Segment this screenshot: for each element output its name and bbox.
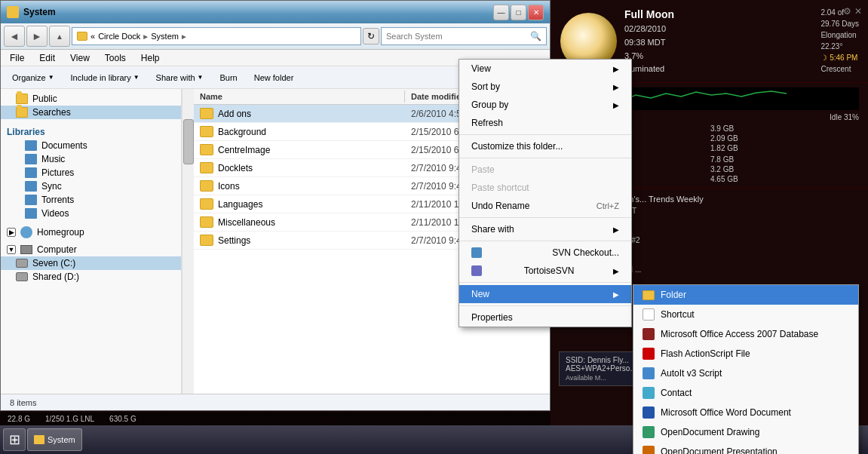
ctx-view[interactable]: View ▶ [459,60,631,78]
submenu-contact[interactable]: Contact [633,383,858,403]
ctx-new[interactable]: New ▶ Folder Shortcut Microsoft Office [459,285,631,303]
pictures-icon [25,167,37,178]
sidebar-item-videos[interactable]: Videos [1,207,181,220]
submenu-open-drawing[interactable]: OpenDocument Drawing [633,422,858,442]
burn-button[interactable]: Burn [214,71,242,84]
refresh-button[interactable]: ↻ [363,28,379,44]
ctx-sort-by[interactable]: Sort by ▶ [459,78,631,96]
opres-icon [643,446,655,454]
moon-settings-icon[interactable]: ⚙ [843,6,851,17]
sidebar-scrollbar[interactable] [182,89,194,394]
moon-illuminated: Illuminated [624,63,813,76]
moon-close-icon[interactable]: ✕ [854,6,862,17]
ctx-sep1 [459,134,631,135]
autoit-icon [643,367,655,379]
submenu-autoit[interactable]: AutoIt v3 Script [633,364,858,383]
folder-icon [200,235,213,246]
ctx-refresh[interactable]: Refresh [459,114,631,132]
share-with-button[interactable]: Share with ▼ [151,71,209,84]
address-folder-icon [77,32,87,41]
moon-percent: 3.7% [624,50,813,63]
sync-icon [25,181,37,192]
ctx-tortoise-svn[interactable]: TortoiseSVN ▶ [459,262,631,280]
new-folder-button[interactable]: New folder [249,71,299,84]
include-library-button[interactable]: Include in library ▼ [66,71,145,84]
search-bar[interactable]: 🔍 [381,27,547,45]
up-button[interactable]: ▲ [49,26,70,47]
ctx-properties[interactable]: Properties [459,308,631,327]
bc-arrow1: ► [142,32,149,41]
ram-free3: 1.82 GB [710,144,859,152]
address-bar[interactable]: « Circle Dock ► System ► [72,27,361,45]
menu-view[interactable]: View [67,51,93,65]
start-button[interactable]: ⊞ [3,428,26,451]
access-icon [643,328,655,340]
ctx-sep5 [459,282,631,283]
maximize-button[interactable]: □ [511,5,526,20]
menu-tools[interactable]: Tools [102,51,129,65]
sidebar-item-seven-c[interactable]: Seven (C:) [1,256,181,270]
folder-sub-icon [643,289,655,301]
folder-icon [200,144,213,155]
wifi-popup: SSID: Dennis Fly... AES+WPA2+Perso... Av… [559,351,643,386]
moon-days: 2.04 of 29.76 Days Elongation 22.23° ☽ 5… [820,7,859,75]
close-button[interactable]: ✕ [528,5,544,20]
library-dropdown-arrow: ▼ [133,74,140,81]
stat3: 630.5 G [109,415,136,423]
column-header-name[interactable]: Name [194,90,405,103]
word-icon [643,406,655,419]
stat2: 1/250 1.G LNL [45,415,94,423]
submenu-word[interactable]: Microsoft Office Word Document [633,403,858,422]
scrollbar-thumb[interactable] [183,119,194,164]
submenu-open-presentation[interactable]: OpenDocument Presentation [633,442,858,454]
organize-button[interactable]: Organize ▼ [7,71,60,84]
sidebar-item-shared-d[interactable]: Shared (D:) [1,270,181,284]
minimize-button[interactable]: — [493,5,509,20]
ctx-sep6 [459,305,631,306]
explorer-taskbar-icon [34,435,44,444]
folder-icon [200,108,213,119]
submenu-shortcut[interactable]: Shortcut [633,305,858,324]
menu-edit[interactable]: Edit [36,51,58,65]
bc-part1[interactable]: Circle Dock [98,32,140,41]
sidebar-item-homegroup[interactable]: ▶ Homegroup [1,225,181,240]
sidebar: Public Searches Libraries Documents Musi… [1,89,182,394]
window-icon [7,6,19,18]
ctx-svn-checkout[interactable]: SVN Checkout... [459,244,631,262]
bottom-stats: 22.8 G 1/250 1.G LNL 630.5 G [0,413,551,425]
explorer-taskbar-btn[interactable]: System [27,428,82,451]
homegroup-icon [20,226,32,238]
sidebar-item-searches[interactable]: Searches [1,106,181,119]
search-input[interactable] [386,32,530,41]
bc-part2[interactable]: System [151,32,179,41]
submenu-flash[interactable]: Flash ActionScript File [633,344,858,364]
sidebar-item-documents[interactable]: Documents [1,139,181,152]
ctx-customize[interactable]: Customize this folder... [459,137,631,155]
sidebar-item-pictures[interactable]: Pictures [1,166,181,179]
menu-help[interactable]: Help [138,51,163,65]
shared-d-icon [16,272,28,281]
sidebar-item-sync[interactable]: Sync [1,179,181,193]
ctx-sep4 [459,241,631,241]
ctx-sort-arrow: ▶ [613,83,619,91]
sidebar-item-computer[interactable]: ▼ Computer [1,243,181,256]
ctx-sep2 [459,158,631,158]
bc-arrow2: ► [180,32,188,41]
submenu-folder[interactable]: Folder [633,285,858,305]
sidebar-item-music[interactable]: Music [1,152,181,166]
back-button[interactable]: ◄ [4,26,25,47]
sidebar-item-public[interactable]: Public [1,92,181,106]
tortoise-icon [471,265,482,276]
libraries-header[interactable]: Libraries [1,124,181,139]
menu-file[interactable]: File [7,51,27,65]
swap-total: 7.8 GB [710,155,859,164]
title-bar: System — □ ✕ [1,1,550,23]
search-icon[interactable]: 🔍 [530,31,541,41]
ctx-undo-rename[interactable]: Undo Rename Ctrl+Z [459,197,631,215]
ctx-group-by[interactable]: Group by ▶ [459,96,631,114]
forward-button[interactable]: ► [26,26,48,47]
submenu-access-db[interactable]: Microsoft Office Access 2007 Database [633,324,858,344]
ctx-share-with[interactable]: Share with ▶ [459,220,631,238]
seven-c-icon [16,259,28,268]
sidebar-item-torrents[interactable]: Torrents [1,193,181,207]
